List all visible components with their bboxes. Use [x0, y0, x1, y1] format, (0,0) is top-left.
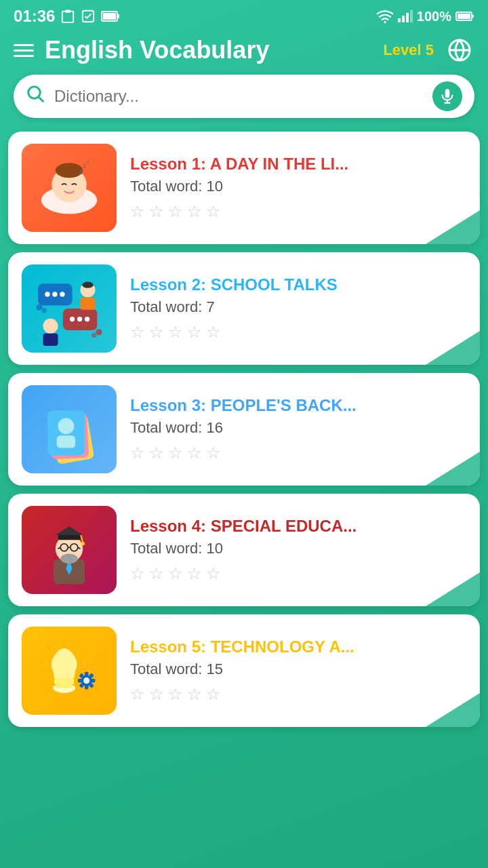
lesson-thumbnail-4 [22, 506, 117, 594]
lesson-title-1: Lesson 1: A DAY IN THE LI... [130, 155, 466, 174]
svg-point-41 [43, 319, 58, 334]
svg-point-27 [36, 304, 42, 311]
lesson-words-1: Total word: 10 [130, 178, 466, 195]
svg-rect-59 [58, 535, 81, 540]
lesson-title-4: Lesson 4: SPECIAL EDUCA... [130, 517, 466, 536]
svg-line-65 [47, 646, 51, 650]
svg-rect-11 [410, 10, 413, 22]
svg-point-34 [92, 333, 96, 338]
lesson-stars-2: ☆ ☆ ☆ ☆ ☆ [130, 323, 466, 342]
svg-line-66 [38, 662, 43, 663]
svg-point-53 [60, 554, 78, 564]
lesson-stars-1: ☆ ☆ ☆ ☆ ☆ [130, 202, 466, 221]
svg-point-15 [28, 86, 41, 98]
svg-point-33 [96, 329, 102, 335]
svg-point-48 [58, 418, 75, 435]
svg-point-29 [45, 292, 49, 296]
svg-line-16 [39, 97, 43, 102]
star-4: ☆ [187, 202, 202, 221]
lesson-info-2: Lesson 2: SCHOOL TALKS Total word: 7 ☆ ☆… [130, 275, 466, 342]
svg-rect-17 [445, 89, 450, 98]
svg-rect-2 [66, 10, 70, 13]
lesson-info-3: Lesson 3: PEOPLE'S BACK... Total word: 1… [130, 396, 466, 462]
lesson-info-4: Lesson 4: SPECIAL EDUCA... Total word: 1… [130, 517, 466, 583]
header: English Vocabulary Level 5 [0, 30, 488, 75]
page-title: English Vocabulary [45, 36, 372, 64]
lesson-thumbnail-2 [22, 264, 117, 353]
svg-rect-8 [398, 18, 401, 22]
svg-rect-42 [43, 334, 58, 346]
battery-icon [101, 9, 120, 24]
translate-button[interactable] [445, 35, 474, 65]
signal-icon [398, 9, 413, 23]
lesson-info-5: Lesson 5: TECHNOLOGY A... Total word: 15… [130, 637, 466, 704]
level-badge: Level 5 [383, 41, 434, 59]
svg-rect-49 [57, 435, 75, 448]
status-time: 01:36 [14, 7, 55, 26]
svg-rect-68 [56, 684, 73, 688]
lesson-card-3[interactable]: Lesson 3: PEOPLE'S BACK... Total word: 1… [8, 373, 480, 486]
lesson-words-5: Total word: 15 [130, 660, 466, 678]
hamburger-menu-button[interactable] [14, 44, 34, 57]
star-5: ☆ [206, 202, 221, 221]
svg-point-70 [83, 677, 89, 684]
lesson-card-4[interactable]: Lesson 4: SPECIAL EDUCA... Total word: 1… [8, 494, 480, 606]
svg-line-61 [81, 535, 83, 542]
svg-rect-40 [81, 298, 96, 310]
svg-rect-71 [85, 672, 88, 676]
lesson-title-2: Lesson 2: SCHOOL TALKS [130, 275, 466, 294]
svg-point-7 [384, 21, 386, 23]
lesson-title-5: Lesson 5: TECHNOLOGY A... [130, 637, 466, 656]
lesson-title-3: Lesson 3: PEOPLE'S BACK... [130, 396, 466, 415]
search-bar [14, 75, 474, 118]
svg-rect-73 [78, 679, 82, 683]
lesson-thumbnail-3 [22, 385, 117, 473]
svg-rect-67 [54, 678, 74, 684]
svg-rect-9 [402, 16, 405, 22]
lessons-list: z z z Lesson 1: A DAY IN THE LI... Total… [0, 132, 488, 735]
lesson-stars-5: ☆ ☆ ☆ ☆ ☆ [130, 685, 466, 704]
svg-point-37 [85, 317, 89, 321]
svg-rect-5 [103, 13, 116, 20]
svg-point-35 [70, 317, 75, 321]
search-container [0, 75, 488, 132]
lesson-thumbnail-5 [22, 627, 117, 715]
svg-rect-14 [472, 15, 474, 18]
svg-rect-13 [458, 14, 470, 19]
lesson-words-4: Total word: 10 [130, 540, 466, 557]
lesson-card-2[interactable]: Lesson 2: SCHOOL TALKS Total word: 7 ☆ ☆… [8, 252, 480, 365]
svg-rect-10 [406, 13, 409, 22]
check-icon [81, 9, 96, 24]
lesson-words-2: Total word: 7 [130, 298, 466, 316]
search-icon [26, 84, 46, 109]
svg-point-31 [60, 292, 64, 296]
svg-marker-60 [56, 526, 83, 535]
svg-rect-1 [62, 12, 74, 22]
status-right: 100% [376, 9, 474, 24]
svg-point-30 [52, 292, 57, 296]
lesson-stars-4: ☆ ☆ ☆ ☆ ☆ [130, 564, 466, 583]
lesson-stars-3: ☆ ☆ ☆ ☆ ☆ [130, 443, 466, 462]
status-bar: 01:36 100% [0, 0, 488, 30]
battery-percent: 100% [417, 9, 451, 24]
svg-text:z: z [87, 157, 90, 164]
lesson-thumbnail-1: z z z [22, 144, 117, 232]
search-input[interactable] [54, 87, 424, 106]
star-2: ☆ [149, 202, 164, 221]
status-left: 01:36 [14, 7, 120, 26]
svg-rect-6 [117, 14, 119, 18]
battery-status-icon [455, 10, 474, 22]
lesson-info-1: Lesson 1: A DAY IN THE LI... Total word:… [130, 155, 466, 221]
star-3: ☆ [168, 202, 183, 221]
svg-point-62 [81, 542, 85, 546]
star-1: ☆ [130, 202, 145, 221]
svg-rect-74 [91, 679, 95, 683]
svg-rect-72 [85, 685, 88, 689]
microphone-button[interactable] [432, 81, 462, 111]
lesson-card-5[interactable]: Lesson 5: TECHNOLOGY A... Total word: 15… [8, 614, 480, 727]
svg-point-36 [77, 317, 82, 321]
lesson-card-1[interactable]: z z z Lesson 1: A DAY IN THE LI... Total… [8, 132, 480, 244]
svg-point-28 [42, 308, 47, 313]
lesson-words-3: Total word: 16 [130, 419, 466, 437]
clipboard-icon [60, 9, 75, 24]
